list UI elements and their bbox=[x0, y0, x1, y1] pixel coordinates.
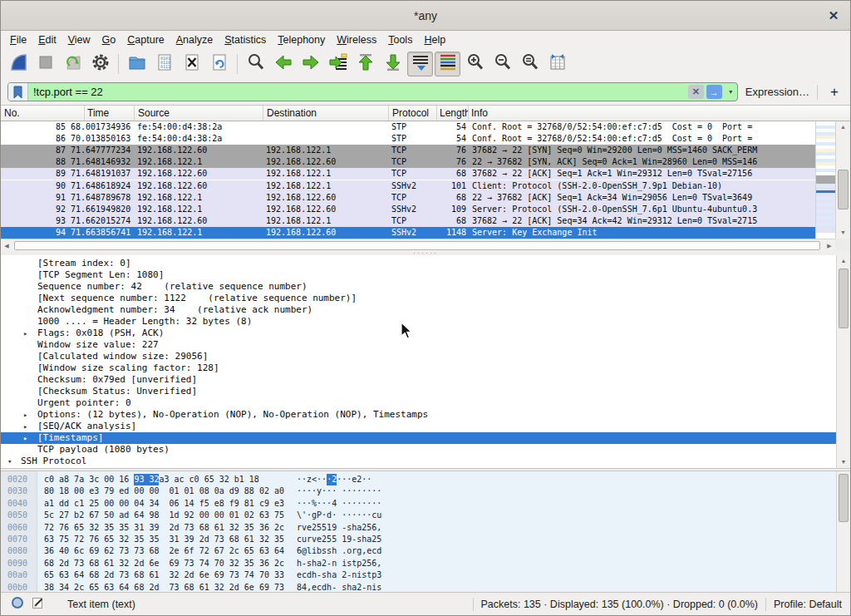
close-icon[interactable]: ✕ bbox=[825, 7, 842, 24]
packet-row[interactable]: 9271.661949820192.168.122.1192.168.122.6… bbox=[1, 204, 815, 215]
hex-row[interactable]: 007063 75 72 76 65 32 35 35 31 39 2d 73 … bbox=[1, 534, 850, 545]
packet-list-scrollbar[interactable]: ▲ ▼ bbox=[835, 121, 850, 239]
detail-line[interactable]: ▾SSH Protocol bbox=[1, 456, 838, 467]
hex-bytes[interactable]: 72 76 65 32 35 35 31 39 2d 73 68 61 32 3… bbox=[44, 522, 284, 534]
packet-row[interactable]: 8871.648146932192.168.122.1192.168.122.6… bbox=[1, 156, 815, 168]
hex-bytes[interactable]: 68 2d 73 68 61 32 2d 6e 69 73 74 70 32 3… bbox=[44, 558, 284, 569]
scroll-down-icon[interactable]: ▼ bbox=[836, 227, 850, 239]
save-file-button[interactable]: 010101100111 bbox=[151, 52, 177, 76]
hex-row[interactable]: 00a065 63 64 68 2d 73 68 61 32 2d 6e 69 … bbox=[1, 569, 850, 581]
menu-item-file[interactable]: File bbox=[4, 32, 32, 47]
menu-item-edit[interactable]: Edit bbox=[32, 32, 62, 47]
filter-apply-button[interactable]: → bbox=[706, 85, 722, 99]
column-separator[interactable] bbox=[468, 106, 469, 121]
resize-columns-button[interactable] bbox=[544, 52, 570, 76]
expert-info-icon[interactable] bbox=[11, 596, 24, 612]
filter-bookmark-icon[interactable] bbox=[8, 83, 28, 101]
packet-row[interactable]: 8771.647777234192.168.122.60192.168.122.… bbox=[1, 145, 815, 156]
detail-line[interactable]: 1000 .... = Header Length: 32 bytes (8) bbox=[1, 316, 838, 328]
colorize-button[interactable] bbox=[435, 52, 460, 76]
menu-item-tools[interactable]: Tools bbox=[382, 32, 418, 47]
packet-row[interactable]: 9171.648789678192.168.122.1192.168.122.6… bbox=[1, 192, 815, 204]
hex-ascii[interactable]: ··z<···2 ····e2·· bbox=[297, 474, 371, 485]
detail-line[interactable]: [Next sequence number: 1122 (relative se… bbox=[1, 293, 838, 304]
scroll-up-icon[interactable]: ▲ bbox=[836, 121, 850, 133]
details-scrollbar[interactable]: ▲ ▼ bbox=[836, 255, 850, 468]
hex-row[interactable]: 008036 40 6c 69 62 73 73 68 2e 6f 72 67 … bbox=[1, 545, 850, 557]
hex-row[interactable]: 003080 18 00 e3 79 ed 00 00 01 01 08 0a … bbox=[1, 485, 850, 497]
packet-row[interactable]: 8568.001734936fe:54:00:d4:38:2aSTP54Conf… bbox=[1, 121, 815, 133]
detail-line[interactable]: Checksum: 0x79ed [unverified] bbox=[1, 374, 838, 386]
column-separator[interactable] bbox=[263, 106, 263, 121]
find-packet-button[interactable] bbox=[243, 52, 268, 76]
hex-row[interactable]: 009068 2d 73 68 61 32 2d 6e 69 73 74 70 … bbox=[1, 558, 850, 569]
menu-item-view[interactable]: View bbox=[62, 32, 96, 47]
restart-capture-button[interactable] bbox=[60, 52, 86, 76]
auto-scroll-button[interactable] bbox=[407, 52, 433, 76]
expand-arrow-icon[interactable]: ▸ bbox=[23, 409, 27, 421]
menu-item-telephony[interactable]: Telephony bbox=[272, 32, 331, 47]
menu-item-wireless[interactable]: Wireless bbox=[331, 32, 382, 47]
go-to-packet-button[interactable] bbox=[325, 52, 351, 76]
packet-minimap[interactable] bbox=[815, 121, 835, 239]
menu-item-capture[interactable]: Capture bbox=[121, 32, 170, 47]
start-capture-button[interactable] bbox=[5, 52, 31, 76]
column-header-length[interactable]: Length bbox=[440, 107, 468, 119]
column-header-destination[interactable]: Destination bbox=[267, 107, 317, 119]
scroll-right-icon[interactable]: ▶ bbox=[824, 239, 835, 252]
zoom-in-button[interactable] bbox=[462, 52, 488, 76]
hex-row[interactable]: 00505c 27 b2 67 50 ad 64 98 1d 92 00 00 … bbox=[1, 510, 850, 521]
hex-scrollbar[interactable] bbox=[836, 471, 850, 594]
hex-ascii[interactable]: \'·gP·d· ······cu bbox=[297, 510, 381, 521]
scroll-up-icon[interactable]: ▲ bbox=[837, 255, 850, 267]
detail-line[interactable]: ▸Options: (12 bytes), No-Operation (NOP)… bbox=[1, 409, 838, 421]
display-filter-input[interactable]: !tcp.port == 22 ✕ → ▾ bbox=[7, 82, 738, 101]
expand-arrow-icon[interactable]: ▸ bbox=[23, 328, 27, 339]
scroll-down-icon[interactable]: ▼ bbox=[837, 456, 850, 468]
column-separator[interactable] bbox=[436, 106, 437, 121]
go-to-first-button[interactable] bbox=[352, 52, 378, 76]
filter-clear-button[interactable]: ✕ bbox=[688, 85, 704, 99]
detail-line[interactable]: ▸[SEQ/ACK analysis] bbox=[1, 421, 838, 432]
column-header-protocol[interactable]: Protocol bbox=[392, 107, 429, 119]
detail-line[interactable]: [TCP Segment Len: 1080] bbox=[1, 269, 838, 281]
packet-row[interactable]: 9371.662015274192.168.122.60192.168.122.… bbox=[1, 215, 815, 227]
column-header-time[interactable]: Time bbox=[87, 107, 109, 119]
go-to-last-button[interactable] bbox=[380, 52, 406, 76]
detail-line[interactable]: ▸Flags: 0x018 (PSH, ACK) bbox=[1, 328, 838, 339]
detail-line[interactable]: TCP payload (1080 bytes) bbox=[1, 444, 838, 456]
detail-line[interactable]: Sequence number: 42 (relative sequence n… bbox=[1, 281, 838, 293]
hex-ascii[interactable]: ····y··· ········ bbox=[297, 485, 381, 497]
stop-capture-button[interactable] bbox=[32, 52, 58, 76]
packet-row[interactable]: 8971.648191037192.168.122.60192.168.122.… bbox=[1, 168, 815, 180]
detail-line[interactable]: Urgent pointer: 0 bbox=[1, 397, 838, 409]
scroll-left-icon[interactable]: ◀ bbox=[1, 239, 12, 252]
column-separator[interactable] bbox=[84, 106, 85, 121]
hex-ascii[interactable]: h-sha2-n istp256, bbox=[297, 558, 381, 569]
menu-item-analyze[interactable]: Analyze bbox=[170, 32, 219, 47]
packet-row[interactable]: 9071.648618924192.168.122.60192.168.122.… bbox=[1, 180, 815, 192]
expand-arrow-icon[interactable]: ▸ bbox=[23, 432, 27, 444]
hex-bytes[interactable]: 36 40 6c 69 62 73 73 68 2e 6f 72 67 2c 6… bbox=[44, 545, 284, 557]
zoom-out-button[interactable] bbox=[489, 52, 515, 76]
filter-add-button[interactable]: + bbox=[825, 84, 844, 101]
column-header-source[interactable]: Source bbox=[138, 107, 170, 119]
collapse-arrow-icon[interactable]: ▾ bbox=[7, 456, 12, 467]
scroll-thumb[interactable] bbox=[839, 474, 849, 522]
expression-button[interactable]: Expression… bbox=[745, 86, 809, 98]
packet-row[interactable]: 8670.013850163fe:54:00:d4:38:2aSTP54Conf… bbox=[1, 133, 815, 145]
detail-line[interactable]: Acknowledgment number: 34 (relative ack … bbox=[1, 304, 838, 316]
capture-options-button[interactable] bbox=[87, 52, 113, 76]
menu-item-go[interactable]: Go bbox=[96, 32, 122, 47]
hex-bytes[interactable]: c0 a8 7a 3c 00 16 93 32 85 a3 ac c0 65 3… bbox=[44, 474, 259, 485]
detail-line[interactable]: [Stream index: 0] bbox=[1, 258, 838, 269]
scroll-thumb[interactable] bbox=[838, 170, 849, 209]
detail-line[interactable]: [Checksum Status: Unverified] bbox=[1, 386, 838, 397]
filter-text[interactable]: !tcp.port == 22 bbox=[28, 86, 688, 98]
menu-item-statistics[interactable]: Statistics bbox=[219, 32, 272, 47]
zoom-reset-button[interactable] bbox=[517, 52, 543, 76]
capture-comment-icon[interactable] bbox=[32, 596, 45, 612]
column-separator[interactable] bbox=[134, 106, 135, 121]
column-separator[interactable] bbox=[388, 106, 389, 121]
reload-file-button[interactable] bbox=[206, 52, 232, 76]
